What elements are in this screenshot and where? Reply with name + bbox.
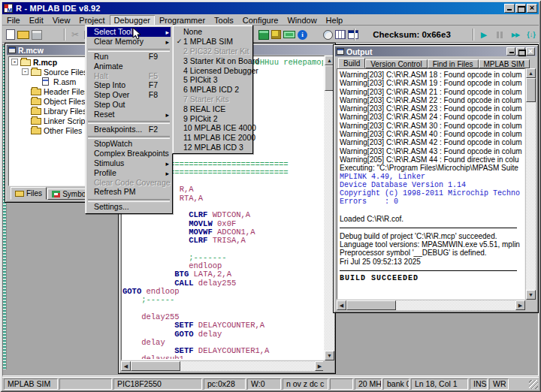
output-tab[interactable]: Find in Files [428, 59, 479, 68]
debugger-menu-item[interactable]: Clear Code Coverage [87, 177, 171, 187]
info-icon[interactable] [298, 30, 307, 40]
menu-bar: File Edit View Project Debugger Programm… [2, 15, 539, 26]
output-tab[interactable]: Build [338, 58, 365, 68]
toolbar-separator [354, 29, 355, 41]
select-tool-item[interactable]: 12 MPLAB ICD 3 [174, 143, 251, 152]
new-file-icon[interactable] [6, 29, 15, 40]
menu-bar-item[interactable]: Project [74, 15, 109, 26]
debugger-menu-item[interactable]: Profile [87, 167, 171, 177]
run-icon[interactable] [477, 29, 491, 41]
menu-bar-item[interactable]: File [2, 15, 25, 26]
output-line: Warning[203] C:\R\R.ASM 23 : Found opcod… [340, 104, 524, 113]
output-vertical-scrollbar[interactable]: ▲ ▼ [526, 68, 536, 300]
collapse-icon[interactable]: - [11, 59, 18, 65]
cut-icon[interactable] [68, 29, 82, 41]
status-field: bank 0 [383, 378, 410, 390]
debugger-menu-item[interactable]: Reset [87, 109, 171, 119]
close-button[interactable] [527, 4, 537, 13]
scroll-left-icon[interactable]: ◀ [121, 361, 131, 371]
output-vscroll-thumb[interactable] [526, 78, 536, 102]
debugger-menu-item[interactable]: Refresh PM [87, 187, 171, 197]
debugger-menu-item[interactable]: Settings... [87, 202, 171, 212]
output-title-bar[interactable]: Output [335, 47, 536, 56]
scroll-down-icon[interactable]: ▼ [526, 290, 536, 300]
debugger-menu-item[interactable] [87, 119, 171, 124]
output-horizontal-scrollbar[interactable]: ◀ ▶ [337, 300, 525, 310]
select-tool-item[interactable]: 7 Starter Kits [174, 95, 251, 104]
status-field: Ln 18, Col 1 [411, 378, 468, 390]
debugger-menu-item[interactable]: Select Tool [87, 27, 171, 37]
debugger-menu-item[interactable]: Step Into F7 [87, 80, 171, 90]
flash-icon[interactable] [283, 31, 295, 38]
status-field [59, 378, 112, 390]
menu-bar-item[interactable]: Edit [25, 15, 48, 26]
editor-horizontal-scrollbar[interactable]: ◀ ▶ [121, 361, 325, 371]
stopwatch-icon[interactable] [323, 30, 333, 40]
debugger-menu-item[interactable]: Complex Breakpoints [87, 149, 171, 158]
select-tool-item[interactable]: 3 Starter Kit on Board [174, 56, 251, 65]
save-icon[interactable] [32, 30, 42, 40]
menu-bar-item[interactable]: Tools [210, 15, 238, 26]
debugger-menu-item[interactable]: Breakpoints... F2 [87, 124, 171, 134]
maximize-button[interactable] [515, 4, 526, 13]
output-hscroll-thumb[interactable] [346, 300, 396, 310]
output-line: Executing: "C:\Program Files\Microchip\M… [340, 164, 524, 172]
debugger-menu-item[interactable] [87, 134, 171, 139]
open-folder-icon[interactable] [17, 31, 29, 39]
save-workspace-icon[interactable] [258, 30, 269, 40]
build-options-icon[interactable] [271, 30, 281, 39]
debugger-menu-item[interactable]: Stimulus [87, 158, 171, 168]
folder-icon [31, 128, 41, 134]
step-into-icon[interactable] [524, 29, 538, 41]
toolbar: Checksum: 0x66e3 [2, 26, 539, 43]
select-tool-item[interactable]: 11 MPLAB ICE 2000 [174, 133, 251, 143]
debugger-menu-item[interactable]: Animate [87, 61, 171, 71]
debugger-menu-item[interactable]: Step Out [87, 100, 171, 110]
mplab-ide-window: R - MPLAB IDE v8.92 File Edit View Proje… [0, 0, 541, 392]
select-tool-item[interactable]: 10 MPLAB ICE 4000 [174, 123, 251, 133]
select-tool-item[interactable]: 9 PICkit 2 [174, 113, 251, 123]
debugger-menu-item[interactable]: Halt F5 [87, 71, 171, 80]
grid-icon[interactable] [335, 30, 346, 39]
scroll-up-icon[interactable]: ▲ [526, 68, 536, 78]
menu-bar-item[interactable]: Window [283, 15, 321, 26]
debugger-menu-item[interactable]: Clear Memory [87, 37, 171, 47]
debugger-menu-item[interactable]: Run F9 [87, 52, 171, 62]
output-tab[interactable]: MPLAB SIM [479, 59, 530, 68]
output-line: BUILD SUCCEEDED [340, 274, 524, 282]
select-tool-item[interactable]: 1 MPLAB SIM [174, 37, 251, 47]
scroll-right-icon[interactable]: ▶ [515, 300, 525, 310]
scroll-left-icon[interactable]: ◀ [337, 300, 346, 310]
animate-icon[interactable] [509, 29, 522, 41]
title-bar[interactable]: R - MPLAB IDE v8.92 [2, 2, 539, 14]
select-tool-item[interactable]: 5 PICkit 3 [174, 75, 251, 85]
menu-bar-item[interactable]: Programmer [155, 15, 210, 26]
halt-icon[interactable] [493, 29, 506, 41]
output-maximize-button[interactable] [516, 47, 525, 56]
debugger-menu-item[interactable]: StopWatch [87, 139, 171, 149]
debugger-menu-item[interactable] [87, 47, 171, 52]
select-tool-item[interactable]: 8 REAL ICE [174, 104, 251, 113]
output-tab[interactable]: Version Control [365, 59, 427, 68]
select-tool-item[interactable]: 2 PIC32 Starter Kit [174, 47, 251, 56]
workspace-tab[interactable]: Files [11, 187, 47, 200]
menu-bar-item[interactable]: Debugger [110, 15, 155, 26]
output-close-button[interactable] [526, 47, 535, 56]
collapse-icon[interactable]: - [22, 68, 29, 75]
output-minimize-button[interactable] [506, 47, 515, 56]
menu-bar-item[interactable]: Configure [238, 15, 283, 26]
output-line: Preprocessor symbol '__DEBUG' is defined… [340, 249, 524, 257]
scroll-down-icon[interactable]: ▼ [325, 351, 334, 360]
minimize-button[interactable] [504, 4, 515, 13]
debugger-menu-item[interactable] [87, 197, 171, 202]
resize-grip[interactable] [529, 380, 538, 389]
select-tool-item[interactable]: None [174, 27, 251, 37]
build-log[interactable]: Warning[203] C:\R\R.ASM 18 : Found opcod… [337, 68, 525, 300]
select-tool-item[interactable]: 6 MPLAB ICD 2 [174, 85, 251, 95]
select-tool-item[interactable]: 4 Licensed Debugger [174, 65, 251, 75]
editor-hscroll-thumb[interactable] [131, 361, 180, 371]
menu-bar-item[interactable]: Help [322, 15, 348, 26]
mplab-logo-icon [4, 4, 13, 13]
debugger-menu-item[interactable]: Step Over F8 [87, 90, 171, 100]
menu-bar-item[interactable]: View [48, 15, 75, 26]
